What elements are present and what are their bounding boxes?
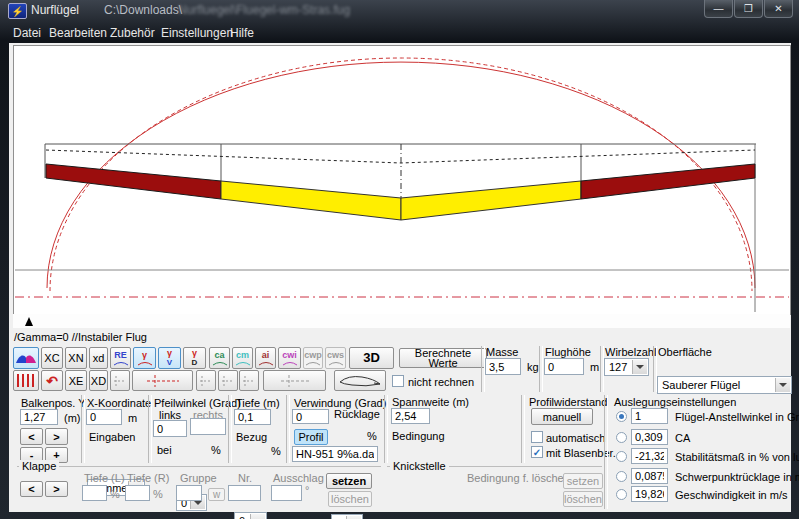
blasenber-checkbox[interactable]: [531, 446, 543, 458]
menu-hilfe[interactable]: Hilfe: [230, 26, 254, 40]
xc-button[interactable]: XC: [41, 347, 63, 369]
re-plot-button[interactable]: RE: [110, 347, 131, 369]
curve-icon: [328, 360, 344, 366]
tiefe-input[interactable]: [234, 409, 271, 425]
cwp-plot-button[interactable]: cwp: [303, 347, 323, 369]
auslegung-radio-schwerpunkt[interactable]: [616, 471, 627, 482]
wing-view-button[interactable]: [13, 347, 39, 369]
auslegung-radio-ca[interactable]: [616, 432, 627, 443]
bedingung-loeschen-label: Bedingung f. löschen: [467, 472, 570, 484]
manuell-button[interactable]: manuell: [531, 408, 593, 425]
xd2-button[interactable]: XD: [89, 370, 108, 391]
axis-small-button-4[interactable]: [239, 370, 259, 391]
tiefe-r-label: Tiefe (R): [127, 472, 169, 484]
auslegung-radio-anstellwinkel[interactable]: [616, 411, 627, 422]
ruecklage-dropdown[interactable]: 75: [331, 514, 363, 519]
undo-icon: ↶: [46, 376, 58, 386]
xd-button[interactable]: xd: [89, 347, 108, 369]
airfoil-icon: [338, 374, 382, 388]
automatisch-checkbox[interactable]: [531, 431, 543, 443]
axis-small-button-1[interactable]: [110, 370, 130, 391]
pfeilwinkel-links-input[interactable]: [153, 420, 187, 437]
gamma-v-plot-button[interactable]: γ V: [158, 347, 181, 369]
gruppe-input[interactable]: [176, 485, 202, 501]
schwerpunkt-input[interactable]: [631, 468, 668, 484]
balkenpos-input[interactable]: [20, 409, 58, 425]
separator: [604, 395, 608, 509]
geschwindigkeit-input[interactable]: [631, 486, 668, 502]
xe-button[interactable]: XE: [65, 370, 87, 391]
profil-file-input[interactable]: [292, 446, 378, 462]
ausschlag-input[interactable]: [271, 485, 302, 501]
spannweite-input[interactable]: [391, 408, 430, 424]
axis-wide-gray-button[interactable]: [263, 370, 326, 391]
klappe-setzen-button[interactable]: setzen: [326, 473, 372, 489]
flughoehe-label: Flughöhe: [545, 346, 591, 358]
chevron-down-icon: [250, 514, 265, 519]
airfoil-button[interactable]: [334, 370, 386, 391]
gamma-plot-button[interactable]: γ: [133, 347, 156, 369]
oberflaeche-dropdown[interactable]: Sauberer Flügel: [657, 376, 792, 394]
wing-panel-left-outer: [46, 164, 221, 199]
knickstelle-loeschen-button[interactable]: löschen: [563, 491, 603, 507]
knickstelle-setzen-button[interactable]: setzen: [563, 473, 603, 489]
cws-plot-button[interactable]: cws: [325, 347, 346, 369]
xn-button[interactable]: XN: [65, 347, 87, 369]
window-path-prefix: C:\Downloads\: [104, 3, 182, 17]
anstellwinkel-input[interactable]: [631, 408, 668, 424]
profil-button[interactable]: Profil: [294, 429, 328, 445]
stabilitaet-input[interactable]: [631, 448, 668, 464]
wirbelzahl-label: Wirbelzahl: [605, 346, 656, 358]
axis-small-button-2[interactable]: [196, 370, 216, 391]
xkoord-input[interactable]: [86, 409, 122, 425]
view-3d-button[interactable]: 3D: [349, 347, 394, 369]
klappe-prev-button[interactable]: <: [20, 481, 43, 497]
gruppe-w-button[interactable]: w: [208, 488, 225, 501]
wing-drawing-canvas[interactable]: [13, 45, 791, 315]
berechnete-werte-button[interactable]: Berechnete Werte: [399, 348, 487, 368]
masse-input[interactable]: [485, 358, 521, 375]
klappe-groupbox-line: [17, 466, 381, 467]
dash-cross-icon: [241, 374, 257, 388]
separator: [148, 395, 152, 463]
ruecklage-percent: %: [367, 430, 377, 442]
tiefe-l-input[interactable]: [82, 485, 107, 501]
undo-button[interactable]: ↶: [41, 370, 63, 391]
dash-cross-icon: [220, 374, 236, 388]
minimize-button[interactable]: —: [704, 0, 733, 18]
ribs-button[interactable]: [13, 370, 39, 391]
ai-plot-button[interactable]: ai: [255, 347, 276, 369]
app-window: ⚡ Nurflügel C:\Downloads\ Nurfluegel\Flu…: [0, 0, 799, 519]
oberflaeche-label: Oberfläche: [658, 346, 712, 358]
cwi-plot-button[interactable]: cwi: [278, 347, 301, 369]
position-marker[interactable]: [25, 317, 33, 326]
pfeilwinkel-rechts-input[interactable]: [190, 418, 226, 435]
cm-plot-button[interactable]: cm: [232, 347, 253, 369]
axis-wide-red-button[interactable]: [132, 370, 193, 391]
tiefe-r-input[interactable]: [125, 485, 150, 501]
flughoehe-input[interactable]: [544, 358, 584, 375]
balkenpos-prev-button[interactable]: <: [20, 428, 43, 445]
menu-zubehoer[interactable]: Zubehör: [110, 26, 155, 40]
maximize-button[interactable]: ❒: [734, 0, 763, 18]
close-button[interactable]: ✕: [764, 0, 793, 18]
spannweite-label: Spannweite (m): [392, 396, 469, 408]
axis-small-button-3[interactable]: [218, 370, 238, 391]
balkenpos-next-button[interactable]: >: [45, 428, 68, 445]
menu-einstellungen[interactable]: Einstellungen: [161, 26, 233, 40]
ca-plot-button[interactable]: ca: [209, 347, 230, 369]
ca-input[interactable]: [631, 429, 668, 445]
wirbelzahl-dropdown[interactable]: 127: [604, 358, 649, 376]
nicht-rechnen-checkbox[interactable]: [392, 375, 404, 387]
menu-bearbeiten[interactable]: Bearbeiten: [49, 26, 107, 40]
auslegung-radio-geschwindigkeit[interactable]: [616, 489, 627, 500]
klappe-loeschen-button[interactable]: löschen: [328, 491, 372, 507]
gamma-d-plot-button[interactable]: γ D: [183, 347, 206, 369]
separator: [521, 395, 525, 463]
menu-datei[interactable]: Datei: [13, 26, 41, 40]
auslegung-radio-stabilitaet[interactable]: [616, 451, 627, 462]
verwindung-input[interactable]: [292, 409, 329, 424]
nr-input[interactable]: [228, 485, 261, 501]
klappe-next-button[interactable]: >: [45, 481, 68, 497]
bezug-dropdown[interactable]: 0: [234, 512, 267, 519]
